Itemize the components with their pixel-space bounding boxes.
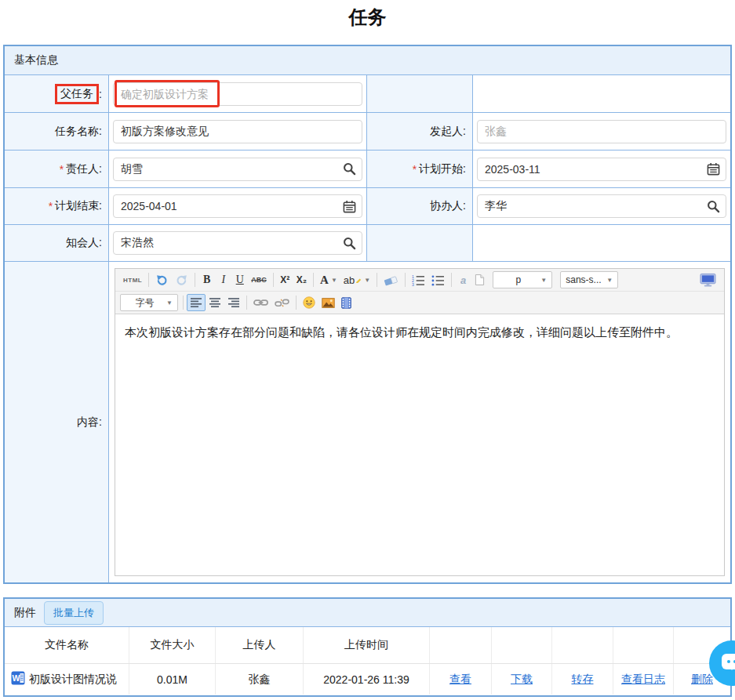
new-page-icon[interactable] <box>471 271 488 288</box>
notified-input[interactable] <box>113 231 362 255</box>
co-organizer-input[interactable] <box>477 194 726 218</box>
task-form-page: 任务 基本信息 父任务: 任务名称: <box>0 0 735 700</box>
col-action <box>430 627 492 663</box>
editor-toolbar-row2: 字号▼ <box>115 292 724 314</box>
empty-value-cell <box>473 225 730 261</box>
plan-end-input[interactable] <box>113 194 362 218</box>
attachments-section: 附件 批量上传 文件名称 文件大小 上传人 上传时间 W 初版设计图情况说 0.… <box>3 597 732 697</box>
parent-task-value-cell <box>109 75 367 112</box>
search-icon[interactable] <box>342 162 356 176</box>
search-icon[interactable] <box>706 199 720 213</box>
bullet-list-icon[interactable] <box>428 271 448 288</box>
word-file-icon: W <box>11 671 25 687</box>
view-link[interactable]: 查看 <box>449 673 471 687</box>
task-name-input[interactable] <box>113 120 362 143</box>
undo-icon[interactable] <box>152 271 172 288</box>
ordered-list-icon[interactable]: 123 <box>409 271 428 288</box>
italic-button[interactable]: I <box>215 271 231 288</box>
superscript-button[interactable]: X² <box>277 271 293 288</box>
file-name-cell: W 初版设计图情况说 <box>5 664 129 695</box>
batch-upload-button[interactable]: 批量上传 <box>44 601 104 625</box>
strikethrough-button[interactable]: ABC <box>248 271 270 288</box>
svg-text:3: 3 <box>412 282 414 286</box>
attachments-table-header: 文件名称 文件大小 上传人 上传时间 <box>5 627 730 664</box>
col-action <box>552 627 613 663</box>
font-color-button[interactable]: A▼ <box>317 271 340 288</box>
transfer-save-link[interactable]: 转存 <box>572 673 594 687</box>
editor-toolbar-row1: HTML B I U ABC X² <box>115 269 724 292</box>
svg-text:W: W <box>13 673 20 683</box>
owner-input[interactable] <box>113 158 362 181</box>
toolbar-separator <box>451 273 452 287</box>
owner-label-cell: * 责任人: <box>5 151 109 187</box>
toolbar-separator <box>246 296 247 310</box>
initiator-label: 发起人: <box>430 125 466 139</box>
owner-label: 责任人: <box>66 162 102 176</box>
task-name-label: 任务名称: <box>55 125 102 139</box>
html-source-button[interactable]: HTML <box>120 271 145 288</box>
col-file-name: 文件名称 <box>5 627 129 663</box>
insert-link-icon[interactable] <box>250 294 271 311</box>
task-name-value-cell <box>109 113 367 150</box>
attachments-header: 附件 批量上传 <box>5 599 730 627</box>
parent-task-input[interactable] <box>113 82 362 106</box>
underline-button[interactable]: U <box>231 271 248 288</box>
toolbar-separator <box>377 273 377 287</box>
bold-button[interactable]: B <box>198 271 215 288</box>
plan-start-input[interactable] <box>477 158 726 181</box>
basic-info-table: 基本信息 父任务: 任务名称: 发起人: <box>3 45 732 584</box>
plan-start-label-cell: * 计划开始: <box>367 151 473 187</box>
required-asterisk: * <box>413 163 417 176</box>
basic-info-section-header: 基本信息 <box>5 46 730 75</box>
toolbar-separator <box>313 273 314 287</box>
initiator-input[interactable] <box>477 120 726 143</box>
calendar-icon[interactable] <box>342 199 356 213</box>
fullscreen-monitor-icon[interactable] <box>697 271 719 288</box>
subscript-button[interactable]: X₂ <box>293 271 310 288</box>
align-right-icon[interactable] <box>224 294 243 311</box>
highlight-color-button[interactable]: ab▼ <box>340 271 373 288</box>
task-name-label-cell: 任务名称: <box>5 113 109 150</box>
anchor-button[interactable]: a <box>455 271 471 288</box>
calendar-icon[interactable] <box>706 162 720 176</box>
unlink-icon[interactable] <box>271 294 293 311</box>
delete-link[interactable]: 删除 <box>691 673 713 687</box>
col-file-size: 文件大小 <box>129 627 216 663</box>
font-size-select[interactable]: 字号▼ <box>120 294 178 311</box>
search-icon[interactable] <box>342 236 356 250</box>
chat-bubble-icon <box>722 654 735 669</box>
plan-end-label: 计划结束: <box>55 199 102 213</box>
initiator-label-cell: 发起人: <box>367 113 473 150</box>
notified-label: 知会人: <box>66 236 102 250</box>
plan-start-label: 计划开始: <box>419 162 466 176</box>
font-family-select[interactable]: sans-s...▼ <box>560 271 618 288</box>
rich-text-editor: HTML B I U ABC X² <box>115 268 725 576</box>
align-center-icon[interactable] <box>206 294 224 311</box>
empty-label-cell <box>367 75 473 112</box>
required-asterisk: * <box>60 163 64 176</box>
plan-start-value-cell <box>473 151 730 187</box>
file-size-cell: 0.01M <box>129 664 216 695</box>
toolbar-separator <box>195 273 195 287</box>
toolbar-separator <box>405 273 406 287</box>
parent-task-input-wrap <box>113 82 362 106</box>
eraser-icon[interactable] <box>380 271 402 288</box>
col-action <box>492 627 552 663</box>
parent-task-label: 父任务 <box>60 87 93 100</box>
file-name-text: 初版设计图情况说 <box>29 673 117 687</box>
content-value-cell: HTML B I U ABC X² <box>109 262 730 582</box>
row-content: 内容: HTML B I <box>5 262 730 582</box>
redo-icon[interactable] <box>172 271 191 288</box>
align-left-icon[interactable] <box>187 294 206 311</box>
insert-media-icon[interactable] <box>338 294 355 311</box>
emoji-icon[interactable] <box>300 294 318 311</box>
attachment-table-row: W 初版设计图情况说 0.01M 张鑫 2022-01-26 11:39 查看 … <box>5 664 730 695</box>
empty-value-cell <box>473 75 730 112</box>
view-log-link[interactable]: 查看日志 <box>621 673 665 687</box>
owner-value-cell <box>109 151 367 187</box>
download-link[interactable]: 下载 <box>511 673 533 687</box>
insert-image-icon[interactable] <box>318 294 338 311</box>
initiator-value-cell <box>473 113 730 150</box>
editor-content-area[interactable]: 本次初版设计方案存在部分问题和缺陷，请各位设计师在规定时间内完成修改，详细问题以… <box>115 314 724 575</box>
paragraph-format-select[interactable]: p▼ <box>493 271 552 288</box>
